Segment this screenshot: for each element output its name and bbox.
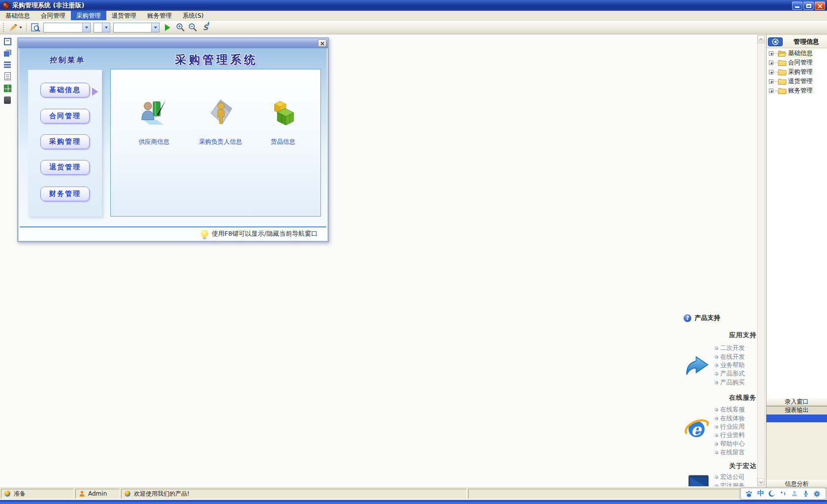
filter-combo-3[interactable] bbox=[113, 23, 159, 32]
support-link[interactable]: 在线客服 bbox=[715, 406, 764, 414]
nav-button-returns[interactable]: 退货管理 bbox=[40, 160, 90, 175]
bullet-icon bbox=[715, 381, 718, 384]
support-links-online: 在线客服 在线体验 行业应用 行业资料 帮助中心 在线留言 bbox=[715, 406, 764, 457]
shortcut-buyer-info[interactable]: 采购负责人信息 bbox=[186, 98, 255, 146]
combo-dropdown-icon[interactable] bbox=[151, 23, 159, 32]
navigation-window-body: 控制菜单 采购管理系统 基础信息 合同管理 采购管理 退货管理 财务管理 bbox=[19, 48, 327, 240]
combo-dropdown-icon[interactable] bbox=[102, 23, 110, 32]
find-button[interactable] bbox=[30, 22, 41, 33]
sort-icon[interactable]: S bbox=[203, 23, 208, 32]
system-title: 采购管理系统 bbox=[112, 52, 321, 67]
tree-item-label[interactable]: 基础信息 bbox=[788, 49, 813, 58]
edit-dropdown-arrow[interactable] bbox=[19, 27, 22, 29]
shortcut-label: 采购负责人信息 bbox=[186, 138, 255, 146]
support-link[interactable]: 在线留言 bbox=[715, 448, 764, 457]
support-link[interactable]: 行业应用 bbox=[715, 423, 764, 431]
ime-paw-icon[interactable] bbox=[745, 490, 753, 498]
navigation-window: 控制菜单 采购管理系统 基础信息 合同管理 采购管理 退货管理 财务管理 bbox=[17, 37, 329, 242]
tree-item-accounts[interactable]: 账务管理 bbox=[766, 87, 827, 95]
support-link[interactable]: 产品购买 bbox=[715, 378, 764, 387]
workspace: 控制菜单 采购管理系统 基础信息 合同管理 采购管理 退货管理 财务管理 bbox=[0, 34, 827, 486]
menu-item-system[interactable]: 系统(S) bbox=[177, 11, 209, 20]
nav-button-purchase[interactable]: 采购管理 bbox=[40, 134, 90, 149]
nav-button-base-info[interactable]: 基础信息 bbox=[40, 83, 90, 97]
eraser-tool-icon[interactable] bbox=[4, 96, 11, 104]
tree-item-returns[interactable]: 退货管理 bbox=[766, 77, 827, 86]
ime-user-icon[interactable] bbox=[791, 490, 798, 497]
ime-moon-icon[interactable] bbox=[768, 490, 775, 497]
restore-button[interactable] bbox=[803, 1, 814, 10]
status-ready-panel: 准备 bbox=[1, 489, 74, 499]
navigation-close-icon[interactable] bbox=[318, 39, 326, 47]
band-report-output[interactable]: 报表输出 bbox=[766, 406, 827, 414]
window-tool-icon[interactable] bbox=[4, 38, 11, 45]
navigation-window-titlebar[interactable] bbox=[18, 38, 328, 48]
expand-icon[interactable] bbox=[769, 79, 773, 84]
tree-item-label[interactable]: 退货管理 bbox=[788, 77, 813, 86]
filter-combo-2[interactable] bbox=[94, 23, 110, 32]
menu-item-accounts[interactable]: 账务管理 bbox=[142, 11, 177, 20]
folder-icon bbox=[778, 60, 787, 66]
edit-button[interactable] bbox=[8, 22, 23, 33]
spreadsheet-tool-icon[interactable] bbox=[4, 85, 11, 92]
tree-item-base-info[interactable]: 基础信息 bbox=[766, 49, 827, 58]
menu-item-base-info[interactable]: 基础信息 bbox=[0, 11, 35, 20]
combo-dropdown-icon[interactable] bbox=[82, 23, 90, 32]
scroll-down-button[interactable] bbox=[758, 478, 764, 486]
band-info-analysis[interactable]: 信息分析 bbox=[766, 480, 827, 488]
menu-item-purchase[interactable]: 采购管理 bbox=[71, 11, 106, 20]
menu-item-returns[interactable]: 退货管理 bbox=[106, 11, 142, 20]
support-link[interactable]: 业务帮助 bbox=[715, 361, 764, 370]
management-panel-header: 管理信息 bbox=[766, 35, 827, 48]
vertical-scrollbar[interactable] bbox=[757, 35, 765, 487]
minimize-button[interactable] bbox=[792, 1, 802, 10]
ime-punctuation-icon[interactable] bbox=[780, 490, 787, 497]
status-user-panel: Admin bbox=[75, 489, 120, 499]
shortcut-goods-info[interactable]: 货品信息 bbox=[249, 98, 318, 146]
table-tool-icon[interactable] bbox=[4, 62, 11, 68]
tree-item-label[interactable]: 合同管理 bbox=[788, 59, 813, 67]
bullet-icon bbox=[715, 346, 718, 350]
bullet-icon bbox=[715, 434, 718, 437]
support-link[interactable]: 二次开发 bbox=[715, 344, 764, 352]
support-link[interactable]: 帮助中心 bbox=[715, 440, 764, 448]
restore-icon bbox=[806, 4, 811, 8]
nav-button-finance[interactable]: 财务管理 bbox=[40, 187, 90, 201]
tree-item-purchase[interactable]: 采购管理 bbox=[766, 68, 827, 76]
support-link-label: 行业资料 bbox=[720, 431, 745, 440]
support-link[interactable]: 产品形式 bbox=[715, 370, 764, 378]
zoom-out-button[interactable] bbox=[187, 22, 198, 33]
close-button[interactable] bbox=[815, 1, 825, 10]
tree-item-label[interactable]: 账务管理 bbox=[788, 87, 813, 95]
run-filter-icon[interactable] bbox=[165, 24, 170, 31]
toolbar: S bbox=[0, 21, 827, 34]
zoom-in-button[interactable] bbox=[175, 22, 186, 33]
tree-item-contract[interactable]: 合同管理 bbox=[766, 59, 827, 67]
support-link[interactable]: 在线开发 bbox=[715, 352, 764, 361]
tree-item-label[interactable]: 采购管理 bbox=[788, 68, 813, 76]
scroll-up-button[interactable] bbox=[758, 35, 764, 43]
expand-icon[interactable] bbox=[769, 89, 773, 93]
expand-icon[interactable] bbox=[769, 70, 773, 74]
back-button-icon[interactable] bbox=[768, 37, 783, 46]
supplier-icon bbox=[140, 98, 168, 126]
expand-icon[interactable] bbox=[769, 51, 773, 56]
menu-item-contract[interactable]: 合同管理 bbox=[35, 11, 71, 20]
band-entry-window[interactable]: 录入窗口 bbox=[766, 398, 827, 406]
expand-icon[interactable] bbox=[769, 61, 773, 65]
bullet-icon bbox=[715, 364, 718, 367]
ime-microphone-icon[interactable] bbox=[802, 490, 809, 497]
document-tool-icon[interactable] bbox=[4, 72, 11, 80]
nav-button-contract[interactable]: 合同管理 bbox=[40, 109, 90, 124]
control-menu-title: 控制菜单 bbox=[31, 56, 104, 65]
copy-tool-icon[interactable] bbox=[3, 50, 11, 57]
ime-language-toggle[interactable]: 中 bbox=[757, 489, 764, 498]
ime-settings-gear-icon[interactable] bbox=[813, 490, 821, 498]
support-link[interactable]: 行业资料 bbox=[715, 431, 764, 440]
selected-arrow-icon bbox=[92, 88, 98, 95]
support-link[interactable]: 宏达公司 bbox=[715, 473, 764, 481]
support-link[interactable]: 在线体验 bbox=[715, 414, 764, 422]
filter-combo-1[interactable] bbox=[43, 23, 91, 32]
windows-taskbar[interactable] bbox=[0, 500, 827, 504]
shortcut-supplier-info[interactable]: 供应商信息 bbox=[120, 98, 189, 146]
